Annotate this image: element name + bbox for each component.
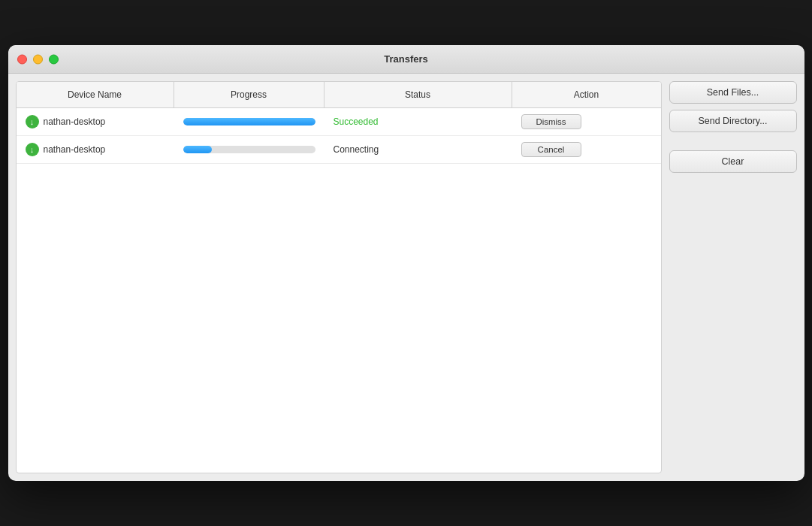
side-panel: Send Files... Send Directory... Clear bbox=[662, 74, 804, 481]
action-cell-2: Cancel bbox=[512, 136, 661, 163]
window-body: Device Name Progress Status Action natha… bbox=[8, 74, 804, 481]
status-label-2: Connecting bbox=[334, 144, 379, 155]
col-header-progress: Progress bbox=[174, 82, 324, 107]
maximize-button[interactable] bbox=[49, 54, 59, 64]
side-spacer bbox=[669, 138, 797, 144]
send-directory-button[interactable]: Send Directory... bbox=[669, 110, 797, 132]
table-body: nathan-desktop Succeeded Dismiss bbox=[17, 108, 661, 473]
transfers-table-panel: Device Name Progress Status Action natha… bbox=[16, 81, 662, 473]
table-header: Device Name Progress Status Action bbox=[17, 82, 661, 108]
traffic-lights bbox=[17, 54, 59, 64]
device-name-cell-1: nathan-desktop bbox=[17, 109, 174, 135]
progress-cell-1 bbox=[174, 112, 324, 132]
transfers-window: Transfers Device Name Progress Status Ac… bbox=[8, 45, 804, 481]
minimize-button[interactable] bbox=[33, 54, 43, 64]
progress-bar-container-1 bbox=[183, 118, 315, 125]
device-name-label-2: nathan-desktop bbox=[44, 144, 106, 155]
table-row: nathan-desktop Succeeded Dismiss bbox=[17, 108, 661, 136]
device-name-label-1: nathan-desktop bbox=[44, 116, 106, 127]
col-header-action: Action bbox=[512, 82, 661, 107]
col-header-device-name: Device Name bbox=[17, 82, 174, 107]
table-row: nathan-desktop Connecting Cancel bbox=[17, 136, 661, 164]
status-label-1: Succeeded bbox=[334, 116, 379, 127]
clear-button[interactable]: Clear bbox=[669, 150, 797, 173]
window-title: Transfers bbox=[384, 53, 428, 65]
device-name-cell-2: nathan-desktop bbox=[17, 137, 174, 162]
progress-bar-fill-1 bbox=[183, 118, 315, 125]
progress-bar-fill-2 bbox=[183, 146, 213, 153]
status-cell-1: Succeeded bbox=[324, 110, 512, 133]
action-cell-1: Dismiss bbox=[512, 108, 661, 135]
download-icon-1 bbox=[26, 115, 39, 128]
progress-cell-2 bbox=[174, 140, 324, 159]
download-icon-2 bbox=[26, 143, 39, 156]
status-cell-2: Connecting bbox=[324, 138, 512, 161]
send-files-button[interactable]: Send Files... bbox=[669, 81, 797, 104]
progress-bar-container-2 bbox=[183, 146, 315, 153]
col-header-status: Status bbox=[324, 82, 512, 107]
cancel-button[interactable]: Cancel bbox=[521, 142, 581, 157]
dismiss-button[interactable]: Dismiss bbox=[521, 114, 581, 129]
titlebar: Transfers bbox=[8, 45, 804, 74]
close-button[interactable] bbox=[17, 54, 27, 64]
